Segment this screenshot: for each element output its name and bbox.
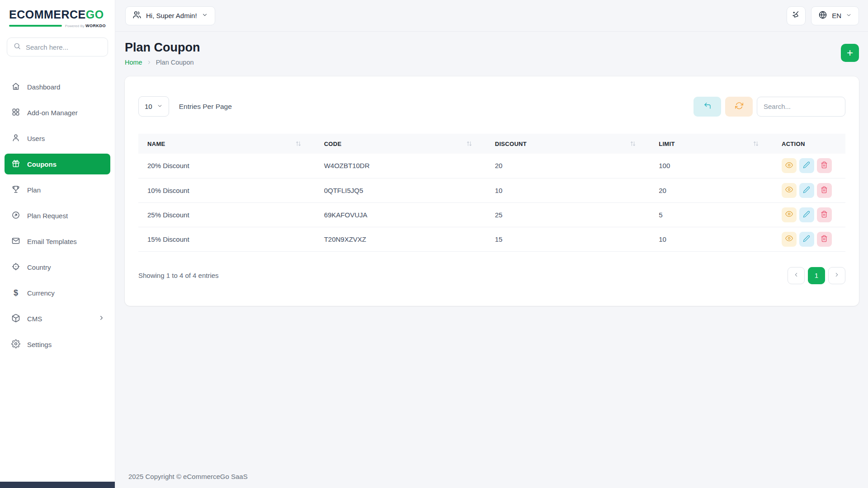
sidebar-item-label: Coupons (27, 160, 57, 168)
copyright-text: 2025 Copyright © eCommerceGo SaaS (125, 473, 859, 488)
language-code: EN (832, 12, 841, 19)
target-icon (11, 262, 20, 272)
app-root: ECOMMERCEGO Powered By WORKDO Dashboard … (0, 0, 868, 488)
brand-underline (9, 25, 62, 27)
users-icon (132, 10, 142, 21)
breadcrumb-current: Plan Coupon (156, 59, 194, 66)
view-button[interactable] (782, 158, 797, 173)
cell-name: 25% Discount (138, 202, 315, 227)
view-button[interactable] (782, 207, 797, 222)
brand-name-accent: GO (86, 8, 104, 21)
sidebar-item-plan-request[interactable]: Plan Request (5, 205, 110, 226)
delete-button[interactable] (817, 207, 832, 222)
sidebar-item-country[interactable]: Country (5, 257, 110, 277)
edit-button[interactable] (799, 232, 814, 247)
brand-tagline: Powered By WORKDO (9, 23, 106, 28)
view-button[interactable] (782, 232, 797, 247)
pagination-prev-button[interactable] (788, 267, 805, 284)
sidebar-item-users[interactable]: Users (5, 128, 110, 149)
table-row: 15% Discount T20N9XZVXZ 15 10 (138, 227, 845, 251)
language-selector[interactable]: EN (811, 6, 859, 25)
cell-name: 15% Discount (138, 227, 315, 251)
broom-icon (792, 10, 801, 21)
clear-cache-button[interactable] (787, 6, 806, 25)
entries-per-page-select[interactable]: 10 (138, 96, 169, 117)
reset-filter-button[interactable] (693, 97, 721, 117)
brand-logo[interactable]: ECOMMERCEGO Powered By WORKDO (0, 0, 115, 28)
sidebar-item-email-templates[interactable]: Email Templates (5, 231, 110, 252)
breadcrumb: Home Plan Coupon (125, 59, 200, 66)
edit-button[interactable] (799, 207, 814, 222)
trash-icon (821, 235, 828, 244)
cell-discount: 10 (486, 178, 650, 202)
chevron-down-icon (202, 12, 208, 19)
undo-icon (703, 102, 712, 111)
cell-discount: 20 (486, 154, 650, 178)
sidebar-item-label: Plan Request (27, 212, 68, 220)
sidebar-item-label: Country (27, 263, 51, 271)
main-area: Hi, Super Admin! EN Plan Coupon (115, 0, 868, 488)
sidebar-item-settings[interactable]: Settings (5, 334, 110, 355)
table-search-input[interactable] (757, 97, 845, 117)
delete-button[interactable] (817, 232, 832, 247)
refresh-button[interactable] (725, 97, 753, 117)
sort-icon (630, 141, 636, 147)
grid-icon (11, 108, 20, 118)
sidebar-item-coupons[interactable]: Coupons (5, 154, 110, 174)
cell-limit: 100 (650, 154, 773, 178)
sidebar-item-label: Email Templates (27, 238, 77, 245)
sidebar-item-plan[interactable]: Plan (5, 179, 110, 200)
eye-icon (785, 186, 793, 195)
pencil-icon (803, 235, 810, 244)
sidebar-bottom-bar (0, 482, 115, 488)
cell-code: T20N9XZVXZ (315, 227, 486, 251)
column-header-name[interactable]: NAME (138, 134, 315, 154)
table-row: 20% Discount W4OZBT10DR 20 100 (138, 154, 845, 178)
globe-icon (818, 10, 827, 21)
delete-button[interactable] (817, 183, 832, 198)
add-coupon-button[interactable]: + (841, 44, 859, 62)
sidebar-item-dashboard[interactable]: Dashboard (5, 76, 110, 97)
edit-button[interactable] (799, 158, 814, 173)
sort-icon (466, 141, 472, 147)
sidebar-item-currency[interactable]: $ Currency (5, 282, 110, 303)
sidebar-search (7, 38, 108, 56)
home-icon (11, 82, 20, 92)
eye-icon (785, 235, 793, 244)
chevron-right-icon (98, 314, 105, 323)
chevron-down-icon (157, 103, 163, 110)
pagination-page-1[interactable]: 1 (808, 267, 825, 284)
entries-value: 10 (145, 103, 152, 110)
sidebar-search-input[interactable] (26, 43, 116, 51)
sidebar-item-label: Currency (27, 289, 55, 297)
coupon-table-card: 10 Entries Per Page (125, 76, 859, 306)
edit-button[interactable] (799, 183, 814, 198)
breadcrumb-home-link[interactable]: Home (125, 59, 142, 66)
cell-limit: 5 (650, 202, 773, 227)
pagination-next-button[interactable] (828, 267, 845, 284)
delete-button[interactable] (817, 158, 832, 173)
brand-name-primary: ECOMMERCE (9, 8, 86, 21)
sidebar-item-addon-manager[interactable]: Add-on Manager (5, 102, 110, 123)
entries-summary: Showing 1 to 4 of 4 entries (138, 272, 219, 279)
pagination: 1 (788, 267, 845, 284)
trash-icon (821, 211, 828, 219)
column-header-limit[interactable]: LIMIT (650, 134, 773, 154)
sidebar-item-label: CMS (27, 315, 42, 323)
column-header-code[interactable]: CODE (315, 134, 486, 154)
eye-icon (785, 161, 793, 170)
pencil-icon (803, 186, 810, 195)
trophy-icon (11, 185, 20, 195)
pencil-icon (803, 211, 810, 219)
column-header-action: ACTION (773, 134, 845, 154)
cell-discount: 25 (486, 202, 650, 227)
sort-icon (295, 141, 302, 147)
column-header-discount[interactable]: DISCOUNT (486, 134, 650, 154)
entries-per-page-label: Entries Per Page (179, 103, 232, 111)
sidebar-item-cms[interactable]: CMS (5, 308, 110, 329)
powered-by-label: Powered By (65, 24, 85, 28)
view-button[interactable] (782, 183, 797, 198)
user-menu-button[interactable]: Hi, Super Admin! (125, 6, 215, 25)
eye-icon (785, 210, 793, 219)
sidebar-item-label: Dashboard (27, 83, 60, 91)
